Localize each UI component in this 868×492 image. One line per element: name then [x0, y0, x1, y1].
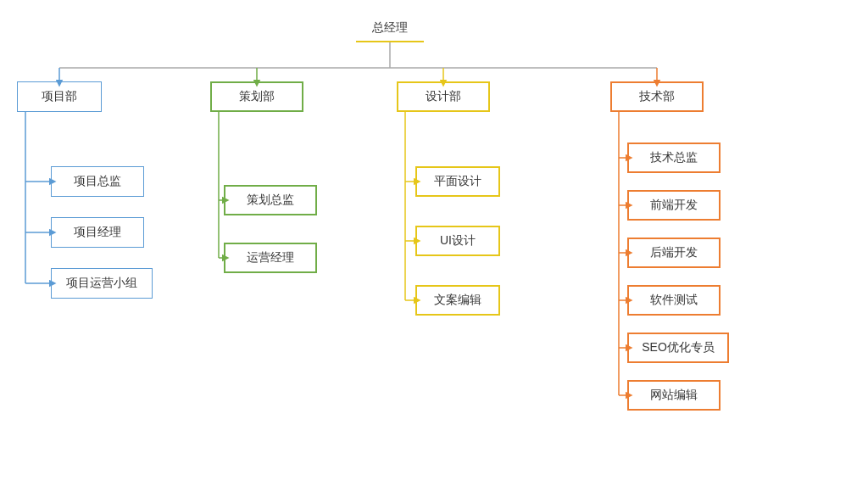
node-运营经理: 运营经理 [224, 243, 317, 273]
node-平面设计: 平面设计 [415, 166, 500, 197]
node-技术部: 技术部 [610, 81, 704, 112]
node-项目运营小组: 项目运营小组 [51, 268, 153, 299]
node-项目部: 项目部 [17, 81, 102, 112]
node-后端开发: 后端开发 [627, 238, 721, 268]
node-项目经理: 项目经理 [51, 217, 144, 248]
node-策划总监: 策划总监 [224, 185, 317, 215]
org-chart: 总经理项目部项目总监项目经理项目运营小组策划部策划总监运营经理设计部平面设计UI… [0, 0, 868, 492]
node-总经理: 总经理 [356, 15, 424, 42]
node-设计部: 设计部 [397, 81, 490, 112]
node-文案编辑: 文案编辑 [415, 285, 500, 316]
node-SEO优化专员: SEO优化专员 [627, 333, 729, 363]
node-项目总监: 项目总监 [51, 166, 144, 197]
node-软件测试: 软件测试 [627, 285, 721, 316]
node-技术总监: 技术总监 [627, 143, 721, 173]
node-UI设计: UI设计 [415, 226, 500, 256]
node-策划部: 策划部 [210, 81, 303, 112]
node-前端开发: 前端开发 [627, 190, 721, 221]
node-网站编辑: 网站编辑 [627, 380, 721, 411]
